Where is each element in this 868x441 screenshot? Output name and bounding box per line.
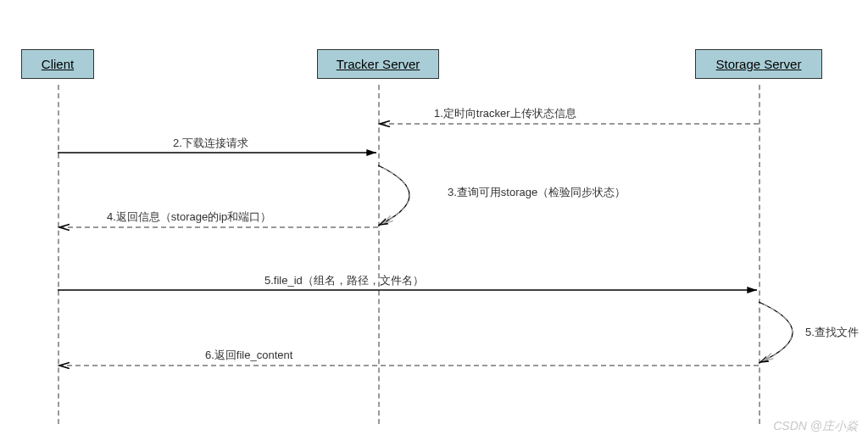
participant-label: Client [42, 57, 74, 71]
lifeline-storage [759, 85, 760, 424]
participant-tracker: Tracker Server [317, 49, 439, 79]
lifeline-client [58, 85, 59, 424]
msg-4-label: 4.返回信息（storage的ip和端口） [107, 209, 271, 225]
msg-1-label: 1.定时向tracker上传状态信息 [434, 106, 576, 121]
participant-label: Storage Server [716, 57, 802, 71]
msg-3-label: 3.查询可用storage（检验同步状态） [448, 185, 626, 200]
participant-client: Client [21, 49, 94, 79]
msg-5b-label: 5.查找文件 [805, 325, 859, 340]
watermark-text: CSDN @庄小焱 [773, 419, 858, 434]
msg-6-label: 6.返回file_content [205, 348, 292, 363]
participant-label: Tracker Server [337, 57, 420, 71]
lifeline-tracker [378, 85, 380, 424]
sequence-diagram: Client Tracker Server Storage Server [0, 0, 868, 441]
msg-2-label: 2.下载连接请求 [173, 136, 248, 151]
msg-5-label: 5.file_id（组名，路径，文件名） [264, 273, 424, 288]
participant-storage: Storage Server [695, 49, 822, 79]
